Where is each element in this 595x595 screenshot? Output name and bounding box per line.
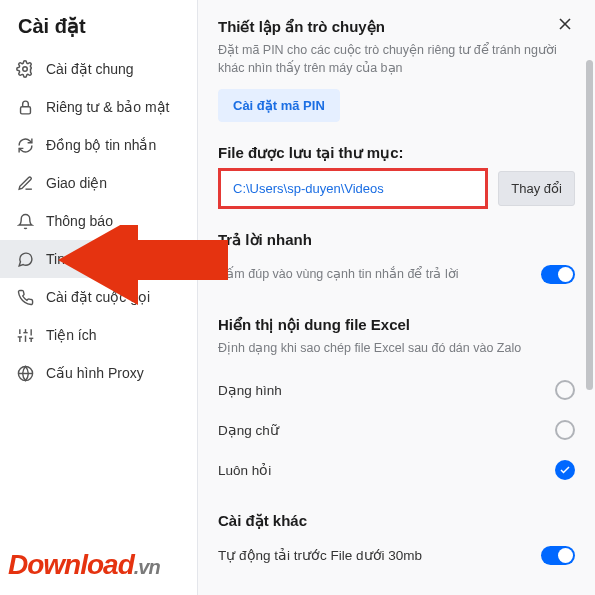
file-path-display: C:\Users\sp-duyen\Videos xyxy=(218,168,488,209)
sidebar-item-utilities[interactable]: Tiện ích xyxy=(0,316,197,354)
quick-reply-title: Trả lời nhanh xyxy=(218,231,575,249)
sidebar-item-call[interactable]: Cài đặt cuộc gọi xyxy=(0,278,197,316)
quick-reply-desc: Bấm đúp vào vùng cạnh tin nhắn để trả lờ… xyxy=(218,266,458,284)
sidebar-item-label: Cài đặt cuộc gọi xyxy=(46,289,150,305)
excel-opt-ask-label: Luôn hỏi xyxy=(218,462,271,478)
page-title: Cài đặt xyxy=(0,0,197,50)
globe-icon xyxy=(16,364,34,382)
sidebar-item-label: Thông báo xyxy=(46,213,113,229)
hidden-chat-desc: Đặt mã PIN cho các cuộc trò chuyện riêng… xyxy=(218,42,575,77)
sidebar-item-label: Tin nhắn xyxy=(46,251,101,267)
excel-opt-image-radio[interactable] xyxy=(555,380,575,400)
svg-point-0 xyxy=(23,67,28,72)
svg-rect-1 xyxy=(20,106,30,113)
excel-opt-text-radio[interactable] xyxy=(555,420,575,440)
sidebar-item-messages[interactable]: Tin nhắn xyxy=(0,240,197,278)
excel-desc: Định dạng khi sao chép file Excel sau đó… xyxy=(218,340,575,358)
sidebar-item-label: Giao diện xyxy=(46,175,107,191)
sidebar-item-privacy[interactable]: Riêng tư & bảo mật xyxy=(0,88,197,126)
sidebar-item-sync[interactable]: Đồng bộ tin nhắn xyxy=(0,126,197,164)
sidebar-item-label: Riêng tư & bảo mật xyxy=(46,99,170,115)
sidebar-item-notifications[interactable]: Thông báo xyxy=(0,202,197,240)
excel-title: Hiển thị nội dung file Excel xyxy=(218,316,575,334)
excel-opt-image-label: Dạng hình xyxy=(218,382,282,398)
sliders-icon xyxy=(16,326,34,344)
sidebar-item-proxy[interactable]: Cấu hình Proxy xyxy=(0,354,197,392)
excel-opt-text-label: Dạng chữ xyxy=(218,422,279,438)
other-title: Cài đặt khác xyxy=(218,512,575,530)
set-pin-button[interactable]: Cài đặt mã PIN xyxy=(218,89,340,122)
phone-icon xyxy=(16,288,34,306)
sidebar-item-theme[interactable]: Giao diện xyxy=(0,164,197,202)
change-folder-button[interactable]: Thay đổi xyxy=(498,171,575,206)
scrollbar[interactable] xyxy=(586,60,593,390)
sidebar: Cài đặt Cài đặt chung Riêng tư & bảo mật… xyxy=(0,0,198,595)
sidebar-item-general[interactable]: Cài đặt chung xyxy=(0,50,197,88)
file-location-title: File được lưu tại thư mục: xyxy=(218,144,575,162)
watermark: Download.vn xyxy=(8,549,160,581)
sidebar-item-label: Cài đặt chung xyxy=(46,61,134,77)
hidden-chat-title: Thiết lập ẩn trò chuyện xyxy=(218,18,575,36)
message-icon xyxy=(16,250,34,268)
sidebar-item-label: Tiện ích xyxy=(46,327,97,343)
bell-icon xyxy=(16,212,34,230)
excel-opt-ask-radio[interactable] xyxy=(555,460,575,480)
sidebar-item-label: Cấu hình Proxy xyxy=(46,365,144,381)
quick-reply-toggle[interactable] xyxy=(541,265,575,284)
close-button[interactable] xyxy=(555,14,575,38)
main-panel: Thiết lập ẩn trò chuyện Đặt mã PIN cho c… xyxy=(198,0,595,595)
preload-toggle[interactable] xyxy=(541,546,575,565)
lock-icon xyxy=(16,98,34,116)
preload-label: Tự động tải trước File dưới 30mb xyxy=(218,547,422,563)
edit-icon xyxy=(16,174,34,192)
sidebar-item-label: Đồng bộ tin nhắn xyxy=(46,137,156,153)
gear-icon xyxy=(16,60,34,78)
refresh-icon xyxy=(16,136,34,154)
